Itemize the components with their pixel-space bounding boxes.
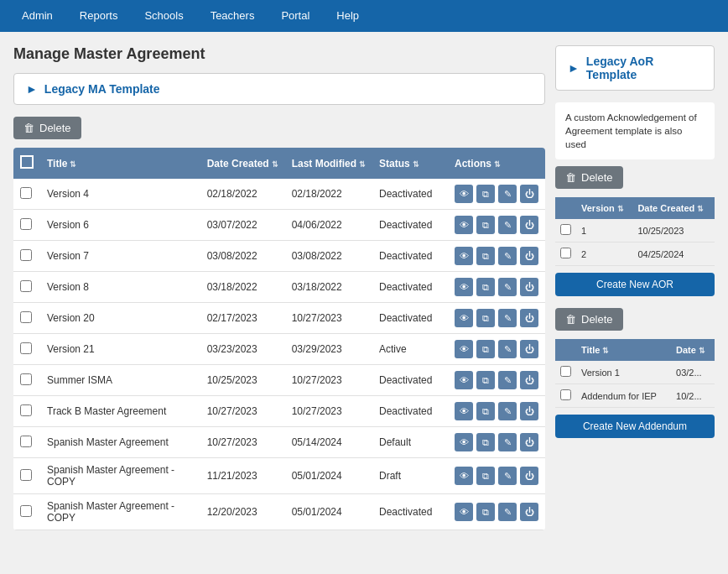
- addendum-date-header: Date⇅: [671, 339, 715, 361]
- copy-icon-9[interactable]: ⧉: [476, 467, 495, 485]
- row-status-8: Default: [372, 427, 448, 458]
- copy-icon-1[interactable]: ⧉: [476, 216, 495, 234]
- row-checkbox-5[interactable]: [20, 342, 32, 354]
- copy-icon-0[interactable]: ⧉: [476, 185, 495, 203]
- expand-arrow-icon: ►: [26, 82, 38, 96]
- power-icon-6[interactable]: ⏻: [520, 371, 538, 389]
- view-icon-5[interactable]: 👁: [455, 340, 473, 358]
- legacy-aor-collapsible[interactable]: ► Legacy AoR Template: [555, 45, 715, 91]
- row-date-created-7: 10/27/2023: [200, 396, 285, 427]
- ma-table: Title⇅ Date Created⇅ Last Modified⇅ Stat…: [13, 148, 545, 530]
- nav-teachers[interactable]: Teachers: [197, 0, 268, 32]
- row-status-10: Deactivated: [372, 494, 448, 530]
- row-title-6: Summer ISMA: [40, 365, 200, 396]
- edit-icon-4[interactable]: ✎: [498, 309, 517, 327]
- power-icon-5[interactable]: ⏻: [520, 340, 538, 358]
- nav-schools[interactable]: Schools: [131, 0, 196, 32]
- aor-delete-button[interactable]: 🗑 Delete: [555, 166, 623, 189]
- power-icon-10[interactable]: ⏻: [520, 503, 538, 521]
- power-icon-7[interactable]: ⏻: [520, 402, 538, 420]
- copy-icon-4[interactable]: ⧉: [476, 309, 495, 327]
- view-icon-0[interactable]: 👁: [455, 185, 473, 203]
- copy-icon-2[interactable]: ⧉: [476, 247, 495, 265]
- row-checkbox-7[interactable]: [20, 404, 32, 416]
- nav-help[interactable]: Help: [323, 0, 372, 32]
- row-checkbox-10[interactable]: [20, 505, 32, 517]
- power-icon-2[interactable]: ⏻: [520, 247, 538, 265]
- edit-icon-3[interactable]: ✎: [498, 278, 517, 296]
- row-checkbox-8[interactable]: [20, 436, 32, 447]
- copy-icon-7[interactable]: ⧉: [476, 402, 495, 420]
- table-row: Spanish Master Agreement 10/27/2023 05/1…: [13, 427, 545, 458]
- row-title-5: Version 21: [40, 334, 200, 365]
- aor-row-checkbox-0[interactable]: [560, 224, 571, 235]
- aor-date-0: 10/25/2023: [632, 219, 715, 243]
- table-row: Version 4 02/18/2022 02/18/2022 Deactiva…: [13, 179, 545, 210]
- power-icon-0[interactable]: ⏻: [520, 185, 538, 203]
- action-icons-6: 👁 ⧉ ✎ ⏻: [455, 371, 538, 389]
- row-status-5: Active: [372, 334, 448, 365]
- addendum-row-checkbox-0[interactable]: [560, 366, 571, 377]
- create-addendum-button[interactable]: Create New Addendum: [555, 415, 715, 438]
- addendum-delete-button[interactable]: 🗑 Delete: [555, 308, 623, 331]
- row-date-created-0: 02/18/2022: [200, 179, 285, 210]
- edit-icon-5[interactable]: ✎: [498, 340, 517, 358]
- aor-row-checkbox-1[interactable]: [560, 248, 571, 258]
- power-icon-1[interactable]: ⏻: [520, 216, 538, 234]
- select-all-checkbox[interactable]: [20, 155, 34, 169]
- view-icon-7[interactable]: 👁: [455, 402, 473, 420]
- nav-reports[interactable]: Reports: [66, 0, 132, 32]
- power-icon-9[interactable]: ⏻: [520, 467, 538, 485]
- edit-icon-9[interactable]: ✎: [498, 467, 517, 485]
- delete-button[interactable]: 🗑 Delete: [13, 117, 81, 139]
- create-aor-button[interactable]: Create New AOR: [555, 273, 715, 296]
- row-checkbox-4[interactable]: [20, 311, 32, 323]
- edit-icon-10[interactable]: ✎: [498, 503, 517, 521]
- copy-icon-8[interactable]: ⧉: [476, 433, 495, 451]
- view-icon-4[interactable]: 👁: [455, 309, 473, 327]
- row-date-created-9: 11/21/2023: [200, 458, 285, 494]
- row-checkbox-0[interactable]: [20, 187, 32, 199]
- view-icon-1[interactable]: 👁: [455, 216, 473, 234]
- row-checkbox-9[interactable]: [20, 469, 32, 481]
- addendum-section: 🗑 Delete Title⇅ Date⇅ Vers: [555, 308, 715, 438]
- addendum-date-1: 10/2...: [671, 384, 715, 408]
- row-checkbox-6[interactable]: [20, 373, 32, 385]
- addendum-row-checkbox-1[interactable]: [560, 389, 571, 400]
- view-icon-9[interactable]: 👁: [455, 467, 473, 485]
- edit-icon-2[interactable]: ✎: [498, 247, 517, 265]
- row-checkbox-3[interactable]: [20, 280, 32, 292]
- aor-trash-icon: 🗑: [565, 171, 576, 184]
- view-icon-6[interactable]: 👁: [455, 371, 473, 389]
- addendum-title-1: Addendum for IEP: [576, 384, 671, 408]
- edit-icon-0[interactable]: ✎: [498, 185, 517, 203]
- row-status-2: Deactivated: [372, 241, 448, 272]
- power-icon-4[interactable]: ⏻: [520, 309, 538, 327]
- row-checkbox-2[interactable]: [20, 249, 32, 261]
- edit-icon-8[interactable]: ✎: [498, 433, 517, 451]
- row-title-7: Track B Master Agreement: [40, 396, 200, 427]
- row-last-modified-8: 05/14/2024: [285, 427, 372, 458]
- copy-icon-3[interactable]: ⧉: [476, 278, 495, 296]
- legacy-ma-collapsible[interactable]: ► Legacy MA Template: [13, 73, 545, 105]
- nav-portal[interactable]: Portal: [268, 0, 323, 32]
- edit-icon-6[interactable]: ✎: [498, 371, 517, 389]
- view-icon-2[interactable]: 👁: [455, 247, 473, 265]
- edit-icon-7[interactable]: ✎: [498, 402, 517, 420]
- action-icons-8: 👁 ⧉ ✎ ⏻: [455, 433, 538, 451]
- view-icon-3[interactable]: 👁: [455, 278, 473, 296]
- power-icon-8[interactable]: ⏻: [520, 433, 538, 451]
- nav-admin[interactable]: Admin: [8, 0, 66, 32]
- copy-icon-6[interactable]: ⧉: [476, 371, 495, 389]
- view-icon-8[interactable]: 👁: [455, 433, 473, 451]
- action-icons-1: 👁 ⧉ ✎ ⏻: [455, 216, 538, 234]
- view-icon-10[interactable]: 👁: [455, 503, 473, 521]
- edit-icon-1[interactable]: ✎: [498, 216, 517, 234]
- copy-icon-10[interactable]: ⧉: [476, 503, 495, 521]
- power-icon-3[interactable]: ⏻: [520, 278, 538, 296]
- aor-date-header: Date Created⇅: [632, 197, 715, 219]
- row-checkbox-1[interactable]: [20, 218, 32, 230]
- table-row: Spanish Master Agreement - COPY 12/20/20…: [13, 494, 545, 530]
- copy-icon-5[interactable]: ⧉: [476, 340, 495, 358]
- aor-table: Version⇅ Date Created⇅ 1 10/25/2023 2 04…: [555, 197, 715, 266]
